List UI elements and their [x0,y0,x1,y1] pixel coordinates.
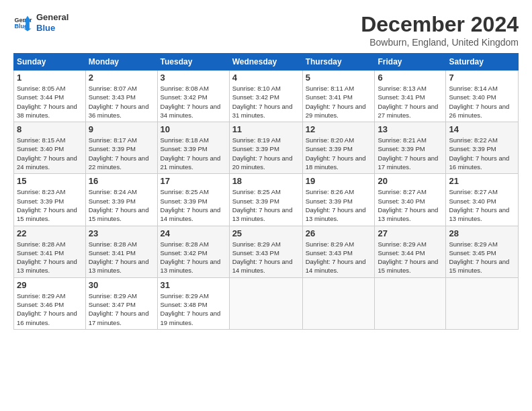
day-detail: Sunrise: 8:28 AM Sunset: 3:41 PM Dayligh… [89,240,154,275]
day-number: 1 [17,73,83,83]
title-block: December 2024 Bowburn, England, United K… [361,12,519,48]
calendar-cell: 3 Sunrise: 8:08 AM Sunset: 3:42 PM Dayli… [157,71,229,122]
calendar-cell: 11 Sunrise: 8:19 AM Sunset: 3:39 PM Dayl… [229,122,302,174]
calendar-cell [229,277,302,329]
calendar-cell: 30 Sunrise: 8:29 AM Sunset: 3:47 PM Dayl… [85,277,157,329]
col-saturday: Saturday [446,54,519,71]
calendar-cell: 29 Sunrise: 8:29 AM Sunset: 3:46 PM Dayl… [14,277,86,329]
subtitle: Bowburn, England, United Kingdom [361,37,519,48]
calendar-cell [302,277,375,329]
day-number: 16 [89,176,154,186]
day-detail: Sunrise: 8:14 AM Sunset: 3:40 PM Dayligh… [449,84,515,120]
day-number: 15 [17,176,83,186]
day-number: 30 [89,280,154,290]
day-number: 13 [378,124,443,134]
page: General Blue General Blue December 2024 … [0,0,532,411]
day-detail: Sunrise: 8:21 AM Sunset: 3:39 PM Dayligh… [378,136,443,171]
day-detail: Sunrise: 8:18 AM Sunset: 3:39 PM Dayligh… [161,136,226,171]
day-detail: Sunrise: 8:24 AM Sunset: 3:39 PM Dayligh… [89,187,154,223]
col-sunday: Sunday [14,54,86,71]
calendar-week-1: 1 Sunrise: 8:05 AM Sunset: 3:44 PM Dayli… [14,71,519,122]
day-detail: Sunrise: 8:28 AM Sunset: 3:41 PM Dayligh… [17,240,83,275]
day-detail: Sunrise: 8:20 AM Sunset: 3:39 PM Dayligh… [306,136,372,171]
calendar-cell [446,277,519,329]
calendar-cell: 16 Sunrise: 8:24 AM Sunset: 3:39 PM Dayl… [85,174,157,226]
logo-line1: General [36,12,69,23]
calendar-cell: 25 Sunrise: 8:29 AM Sunset: 3:43 PM Dayl… [229,226,302,277]
calendar-week-3: 15 Sunrise: 8:23 AM Sunset: 3:39 PM Dayl… [14,174,519,226]
day-detail: Sunrise: 8:29 AM Sunset: 3:48 PM Dayligh… [161,291,226,327]
day-number: 31 [161,280,226,290]
day-detail: Sunrise: 8:13 AM Sunset: 3:41 PM Dayligh… [378,84,443,120]
day-number: 14 [449,124,515,134]
calendar-cell: 13 Sunrise: 8:21 AM Sunset: 3:39 PM Dayl… [375,122,446,174]
col-monday: Monday [85,54,157,71]
day-detail: Sunrise: 8:26 AM Sunset: 3:39 PM Dayligh… [306,187,372,223]
calendar-week-5: 29 Sunrise: 8:29 AM Sunset: 3:46 PM Dayl… [14,277,519,329]
calendar-cell: 18 Sunrise: 8:25 AM Sunset: 3:39 PM Dayl… [229,174,302,226]
day-detail: Sunrise: 8:29 AM Sunset: 3:47 PM Dayligh… [89,291,154,327]
day-detail: Sunrise: 8:27 AM Sunset: 3:40 PM Dayligh… [378,187,443,223]
calendar-cell: 15 Sunrise: 8:23 AM Sunset: 3:39 PM Dayl… [14,174,86,226]
day-detail: Sunrise: 8:27 AM Sunset: 3:40 PM Dayligh… [449,187,515,223]
day-detail: Sunrise: 8:23 AM Sunset: 3:39 PM Dayligh… [17,187,83,223]
day-detail: Sunrise: 8:07 AM Sunset: 3:43 PM Dayligh… [89,84,154,120]
calendar-cell: 28 Sunrise: 8:29 AM Sunset: 3:45 PM Dayl… [446,226,519,277]
day-number: 6 [378,73,443,83]
day-detail: Sunrise: 8:29 AM Sunset: 3:43 PM Dayligh… [306,240,372,275]
calendar-cell: 2 Sunrise: 8:07 AM Sunset: 3:43 PM Dayli… [85,71,157,122]
calendar-cell: 19 Sunrise: 8:26 AM Sunset: 3:39 PM Dayl… [302,174,375,226]
day-number: 19 [306,176,372,186]
logo-line2: Blue [36,23,69,34]
day-number: 20 [378,176,443,186]
day-number: 29 [17,280,83,290]
day-detail: Sunrise: 8:19 AM Sunset: 3:39 PM Dayligh… [232,136,300,171]
day-number: 3 [161,73,226,83]
day-number: 27 [378,228,443,238]
calendar-cell: 6 Sunrise: 8:13 AM Sunset: 3:41 PM Dayli… [375,71,446,122]
calendar-cell: 17 Sunrise: 8:25 AM Sunset: 3:39 PM Dayl… [157,174,229,226]
day-number: 10 [161,124,226,134]
day-number: 5 [306,73,372,83]
day-number: 22 [17,228,83,238]
day-detail: Sunrise: 8:08 AM Sunset: 3:42 PM Dayligh… [161,84,226,120]
calendar-cell [375,277,446,329]
day-number: 17 [161,176,226,186]
calendar-cell: 26 Sunrise: 8:29 AM Sunset: 3:43 PM Dayl… [302,226,375,277]
calendar-cell: 21 Sunrise: 8:27 AM Sunset: 3:40 PM Dayl… [446,174,519,226]
day-number: 4 [232,73,300,83]
calendar-cell: 14 Sunrise: 8:22 AM Sunset: 3:39 PM Dayl… [446,122,519,174]
day-number: 7 [449,73,515,83]
logo: General Blue General Blue [13,12,69,33]
day-detail: Sunrise: 8:15 AM Sunset: 3:40 PM Dayligh… [17,136,83,171]
calendar-cell: 5 Sunrise: 8:11 AM Sunset: 3:41 PM Dayli… [302,71,375,122]
day-number: 8 [17,124,83,134]
col-thursday: Thursday [302,54,375,71]
col-tuesday: Tuesday [157,54,229,71]
calendar-cell: 27 Sunrise: 8:29 AM Sunset: 3:44 PM Dayl… [375,226,446,277]
calendar-week-2: 8 Sunrise: 8:15 AM Sunset: 3:40 PM Dayli… [14,122,519,174]
day-number: 23 [89,228,154,238]
day-detail: Sunrise: 8:25 AM Sunset: 3:39 PM Dayligh… [232,187,300,223]
day-number: 18 [232,176,300,186]
day-detail: Sunrise: 8:11 AM Sunset: 3:41 PM Dayligh… [306,84,372,120]
calendar-cell: 31 Sunrise: 8:29 AM Sunset: 3:48 PM Dayl… [157,277,229,329]
day-number: 21 [449,176,515,186]
day-number: 24 [161,228,226,238]
header-row: Sunday Monday Tuesday Wednesday Thursday… [14,54,519,71]
calendar-cell: 24 Sunrise: 8:28 AM Sunset: 3:42 PM Dayl… [157,226,229,277]
calendar-cell: 4 Sunrise: 8:10 AM Sunset: 3:42 PM Dayli… [229,71,302,122]
day-number: 2 [89,73,154,83]
calendar-cell: 22 Sunrise: 8:28 AM Sunset: 3:41 PM Dayl… [14,226,86,277]
logo-text: General Blue [36,12,69,33]
day-detail: Sunrise: 8:10 AM Sunset: 3:42 PM Dayligh… [232,84,300,120]
calendar-cell: 8 Sunrise: 8:15 AM Sunset: 3:40 PM Dayli… [14,122,86,174]
calendar-cell: 9 Sunrise: 8:17 AM Sunset: 3:39 PM Dayli… [85,122,157,174]
col-wednesday: Wednesday [229,54,302,71]
day-number: 9 [89,124,154,134]
day-number: 11 [232,124,300,134]
calendar-cell: 20 Sunrise: 8:27 AM Sunset: 3:40 PM Dayl… [375,174,446,226]
calendar: Sunday Monday Tuesday Wednesday Thursday… [13,53,519,330]
calendar-cell: 12 Sunrise: 8:20 AM Sunset: 3:39 PM Dayl… [302,122,375,174]
calendar-header: Sunday Monday Tuesday Wednesday Thursday… [14,54,519,71]
